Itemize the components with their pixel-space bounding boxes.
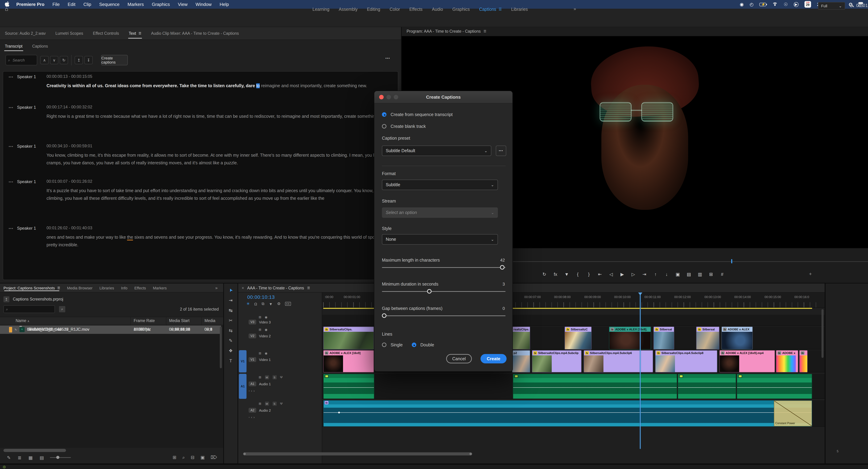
slider-knob[interactable] (382, 313, 386, 318)
razor-tool[interactable]: ✂ (229, 318, 232, 323)
writable-indicator-icon[interactable]: ✎ (7, 455, 11, 460)
subtab[interactable]: Transcript (0, 40, 27, 52)
workspace-tab[interactable]: Captions☰ (479, 7, 502, 12)
panel-tab[interactable]: Effect Controls (88, 27, 124, 39)
panel-menu-icon[interactable]: ☰ (484, 30, 486, 33)
expand-all-button[interactable]: ↥ (75, 56, 83, 64)
timeline-playhead-head[interactable] (638, 293, 642, 295)
panel-tab[interactable]: Text☰ (124, 27, 146, 39)
collapse-all-button[interactable]: ↧ (84, 56, 93, 64)
button-editor-icon[interactable]: # (719, 271, 725, 277)
close-window-button[interactable] (379, 95, 384, 99)
track-output-eye-icon[interactable]: ◉ (265, 316, 268, 319)
video-clip[interactable]: fx (799, 350, 808, 373)
audio-clip[interactable] (678, 374, 736, 399)
entry-text[interactable]: Creativity is within all of us. Great id… (46, 82, 391, 90)
ripple-edit-tool[interactable]: ↹ (229, 308, 232, 313)
format-select[interactable]: Subtitle⌄ (382, 180, 498, 190)
mark-in-icon[interactable]: { (575, 271, 581, 277)
comparison-view-icon[interactable]: ↻ (541, 271, 547, 277)
entry-options-icon[interactable]: ••• (9, 75, 13, 79)
video-clip[interactable]: fxADOBE x ALEX [16x9]. (609, 327, 651, 350)
transcript-more-icon[interactable]: ••• (385, 56, 390, 60)
radio-create-from-transcript[interactable]: Create from sequence transcript (382, 112, 505, 117)
program-settings-icon[interactable]: ⚙ (849, 3, 853, 8)
menu-item[interactable]: Premiere Pro (16, 2, 44, 7)
menu-item[interactable]: Help (220, 2, 229, 7)
slider-knob[interactable] (500, 265, 504, 270)
wifi-icon[interactable] (772, 2, 778, 6)
button-editor-plus-icon[interactable]: + (809, 271, 812, 276)
slider-knob[interactable] (427, 289, 432, 294)
create-button[interactable]: Create (480, 354, 506, 363)
play-icon[interactable]: ▶ (619, 271, 625, 277)
project-search[interactable]: ⌕ (3, 305, 55, 313)
add-marker-icon[interactable]: ▼ (269, 302, 273, 306)
minimize-window-button[interactable] (386, 95, 391, 99)
go-to-in-icon[interactable]: ⇤ (597, 271, 603, 277)
panel-tab[interactable]: Libraries (96, 284, 118, 292)
clip-keyframe-box[interactable] (515, 375, 518, 378)
workspace-tab[interactable]: Color (390, 7, 400, 12)
slider-track[interactable] (382, 291, 505, 292)
panel-tab[interactable]: Audio Clip Mixer: AAA - Time to Create -… (146, 27, 244, 39)
workspace-tab[interactable]: Audio (432, 7, 443, 12)
new-item-icon[interactable]: ▣ (200, 455, 205, 460)
export-frame-icon[interactable]: ▣ (675, 271, 681, 277)
cancel-button[interactable]: Cancel (446, 354, 472, 363)
icon-view-icon[interactable]: ▦ (28, 455, 33, 460)
audio-clip[interactable] (513, 374, 677, 399)
program-seekbar-playhead[interactable] (731, 259, 732, 263)
snap-icon[interactable]: Ω (254, 302, 257, 306)
clip-keyframe-box[interactable] (739, 375, 742, 378)
workspace-tab[interactable]: Effects (409, 7, 423, 12)
transcript-search[interactable]: ⌕ (5, 55, 37, 65)
volume-keyframe[interactable] (338, 412, 340, 413)
step-back-icon[interactable]: ◁ (608, 271, 614, 277)
track-select-forward-tool[interactable]: ⇥ (229, 298, 232, 303)
video-clip[interactable]: fxSilbersaltzClips.mp4.Subclip8 (655, 350, 717, 373)
radio-selected-icon[interactable] (382, 112, 386, 117)
menu-item[interactable]: Markers (128, 2, 144, 7)
workspace-tab[interactable]: Editing (367, 7, 380, 12)
panel-tab[interactable]: Source: Audio 2_2.wav (0, 27, 51, 39)
accessibility-icon[interactable]: ☉ (784, 2, 788, 7)
overwrite-icon[interactable]: ▥ (697, 271, 703, 277)
mark-out-icon[interactable]: } (586, 271, 592, 277)
track-target-v3[interactable]: V3 (249, 320, 256, 324)
entry-text[interactable]: ones and twos and make your way to like … (46, 233, 391, 249)
caption-preset-select[interactable]: Subtitle Default⌄ (382, 146, 491, 156)
menu-item[interactable]: Graphics (152, 2, 170, 7)
audio-clip[interactable]: fx Constant Power (323, 400, 812, 427)
add-marker-icon[interactable]: ▼ (564, 271, 569, 277)
workspace-tab[interactable]: Libraries (511, 7, 528, 12)
now-playing-icon[interactable]: ▶ (794, 2, 799, 7)
previous-match-button[interactable]: ∧ (40, 56, 49, 64)
radio-icon[interactable] (412, 343, 416, 347)
menu-item[interactable]: Clip (84, 2, 91, 7)
volume-rubber-band[interactable] (323, 387, 374, 388)
program-zoom-select[interactable]: Full⌄ (818, 2, 845, 10)
style-select[interactable]: None⌄ (382, 234, 498, 244)
refresh-transcript-button[interactable]: ↻ (60, 56, 68, 64)
video-clip[interactable]: fxSilbersaltzC (564, 327, 592, 350)
entry-options-icon[interactable]: ••• (9, 180, 13, 184)
lines-radio-option[interactable]: Double (412, 343, 434, 347)
menu-item[interactable]: Sequence (99, 2, 119, 7)
video-clip[interactable]: fxrsaltzClips. (512, 327, 530, 350)
radio-create-blank-track[interactable]: Create blank track (382, 124, 505, 129)
go-to-out-icon[interactable]: ⇥ (642, 271, 647, 277)
menu-item[interactable]: View (178, 2, 188, 7)
video-clip[interactable]: fxADOBE x ALEX [16x9] (323, 350, 374, 373)
captions-track-icon[interactable]: CC (285, 302, 291, 306)
selection-tool[interactable]: ➤ (229, 288, 232, 293)
panel-tab[interactable]: Project: Captions Screenshots☰ (0, 284, 64, 292)
radio-icon[interactable] (382, 343, 386, 347)
subtab[interactable]: Captions (27, 40, 53, 52)
menu-item[interactable]: Window (195, 2, 212, 7)
column-media-start[interactable]: Media Start (169, 319, 190, 323)
column-media-end[interactable]: Media (205, 319, 215, 323)
panel-tab[interactable]: Effects (131, 284, 150, 292)
timeline-horizontal-scrollbar[interactable] (243, 452, 472, 456)
list-view-icon[interactable]: ≣ (18, 455, 22, 460)
